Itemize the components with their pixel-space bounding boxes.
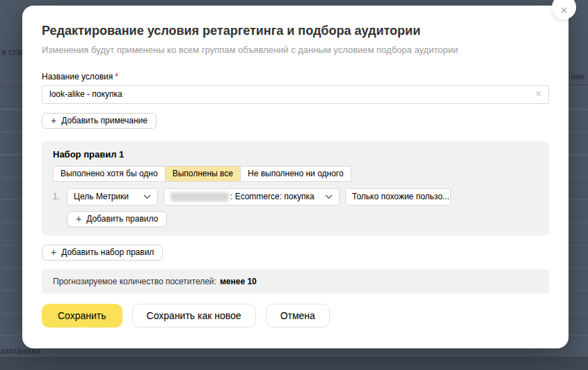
condition-name-input-wrap: ×	[42, 85, 549, 104]
add-note-button[interactable]: + Добавить примечание	[42, 113, 157, 129]
goal-value: : Ecommerce: покупка	[230, 192, 315, 201]
audience-type-select[interactable]: Только похожие пользо...	[345, 188, 451, 206]
forecast-bar: Прогнозируемое количество посетителей: м…	[42, 270, 549, 293]
clear-input-icon[interactable]: ×	[535, 88, 542, 100]
condition-name-input[interactable]	[42, 85, 549, 104]
rule-type-value: Цель Метрики	[74, 192, 129, 201]
modal-title: Редактирование условия ретаргетинга и по…	[42, 24, 549, 39]
rule-index: 1.	[53, 192, 61, 201]
segment-match-all[interactable]: Выполнены все	[165, 166, 241, 182]
required-asterisk: *	[115, 72, 118, 82]
plus-icon: +	[76, 214, 81, 224]
add-rule-button[interactable]: + Добавить правило	[67, 211, 167, 227]
background-footer-band	[0, 357, 588, 370]
cancel-button[interactable]: Отмена	[266, 304, 330, 327]
segment-match-any[interactable]: Выполнено хотя бы одно	[53, 166, 166, 182]
rule-set-panel: Набор правил 1 Выполнено хотя бы одно Вы…	[42, 141, 549, 236]
metrika-goal-select[interactable]: : Ecommerce: покупка	[164, 188, 340, 206]
background-table-rows-right	[569, 86, 588, 336]
forecast-value: менее 10	[220, 277, 257, 286]
segment-match-none[interactable]: Не выполнено ни одного	[240, 166, 351, 182]
condition-name-label: Название условия*	[42, 72, 549, 82]
condition-name-label-text: Название условия	[42, 72, 113, 82]
chevron-down-icon	[319, 194, 333, 199]
rule-type-select[interactable]: Цель Метрики	[67, 188, 158, 206]
audience-type-value: Только похожие пользо...	[352, 192, 450, 201]
add-rule-label: Добавить правило	[86, 214, 158, 224]
chevron-down-icon	[450, 194, 451, 199]
save-button[interactable]: Сохранить	[42, 304, 122, 327]
close-icon: ×	[560, 3, 568, 17]
rule-row: 1. Цель Метрики : Ecommerce: покупка Тол…	[53, 188, 538, 206]
plus-icon: +	[51, 247, 56, 257]
background-table-header-divider	[569, 85, 588, 86]
plus-icon: +	[51, 116, 56, 125]
save-as-new-button[interactable]: Сохранить как новое	[132, 304, 256, 327]
add-rule-set-button[interactable]: + Добавить набор правил	[42, 245, 163, 261]
background-table-rows-left	[0, 86, 22, 336]
rule-set-title: Набор правил 1	[53, 149, 538, 160]
forecast-label: Прогнозируемое количество посетителей:	[53, 277, 216, 286]
chevron-down-icon	[138, 194, 151, 199]
background-partial-text: ние	[571, 72, 585, 82]
add-note-label: Добавить примечание	[61, 116, 148, 125]
modal-footer: Сохранить Сохранить как новое Отмена	[42, 304, 549, 327]
redacted-counter-name	[170, 192, 229, 201]
edit-retargeting-condition-modal: Редактирование условия ретаргетинга и по…	[22, 6, 569, 348]
background-table-header-divider	[0, 86, 22, 87]
add-rule-set-label: Добавить набор правил	[61, 247, 154, 257]
match-type-segmented-control: Выполнено хотя бы одно Выполнены все Не …	[53, 166, 538, 182]
modal-subtitle: Изменения будут применены ко всем группа…	[42, 45, 549, 55]
